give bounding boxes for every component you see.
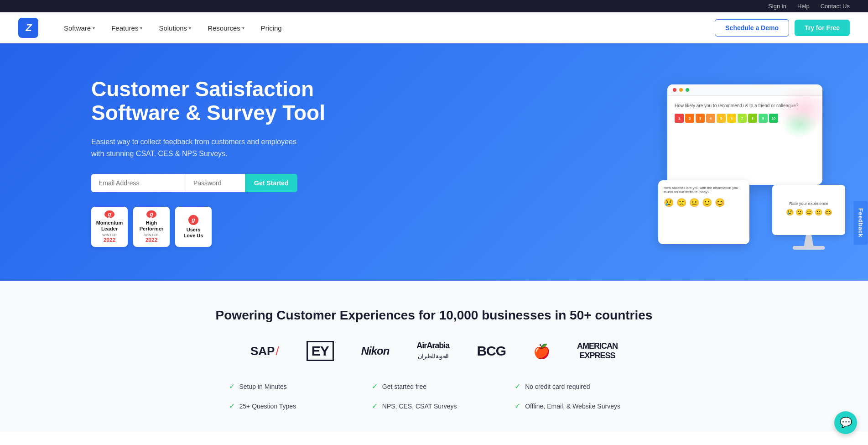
badge-title: HighPerformer [140, 220, 164, 232]
check-icon: ✓ [229, 402, 235, 410]
badge-high-performer: g HighPerformer WINTER 2022 [133, 207, 170, 247]
chevron-down-icon: ▾ [140, 26, 142, 31]
feature-label: NPS, CES, CSAT Surveys [382, 403, 457, 410]
feature-label: No credit card required [525, 383, 590, 390]
top-utility-bar: Sign in Help Contact Us [0, 0, 868, 12]
feature-survey-types: ✓ NPS, CES, CSAT Surveys [372, 399, 496, 413]
badge-season: WINTER [102, 233, 117, 237]
logo-icon: Z [18, 18, 38, 38]
sap-logo: SAP / [250, 344, 279, 358]
desktop-question: Rate your experience [789, 201, 828, 206]
scale-6: 6 [727, 114, 736, 123]
feedback-tab[interactable]: Feedback [854, 201, 868, 245]
feature-label: Setup in Minutes [239, 383, 287, 390]
scale-7: 7 [738, 114, 747, 123]
emoji-very-sad: 😢 [786, 209, 794, 216]
get-started-button[interactable]: Get Started [245, 174, 297, 192]
badge-users-love-us: g UsersLove Us [175, 207, 212, 247]
emoji-neutral: 😐 [689, 198, 699, 208]
signin-link[interactable]: Sign in [768, 3, 786, 10]
badge-year: 2022 [104, 237, 116, 243]
desktop-screen: Rate your experience 😢 🙁 😐 🙂 😊 [772, 185, 845, 235]
survey-card-desktop: Rate your experience 😢 🙁 😐 🙂 😊 [768, 185, 850, 258]
feature-questions: ✓ 25+ Question Types [229, 399, 353, 413]
blob-teal [781, 111, 818, 138]
chevron-down-icon: ▾ [242, 26, 244, 31]
sap-slash-icon: / [275, 344, 279, 358]
tablet-emoji-scale: 😢 🙁 😐 🙂 😊 [664, 198, 744, 208]
sap-text: SAP [250, 344, 275, 358]
feature-label: 25+ Question Types [239, 403, 296, 410]
powering-section: Powering Customer Experiences for 10,000… [0, 281, 868, 431]
badge-title: UsersLove Us [184, 227, 203, 239]
survey-card-main: How likely are you to recommend us to a … [667, 84, 822, 185]
emoji-very-happy: 😊 [715, 198, 725, 208]
ey-logo: EY [307, 341, 334, 361]
main-navbar: Z Software ▾ Features ▾ Solutions ▾ Reso… [0, 12, 868, 43]
hero-section: Customer Satisfaction Software & Survey … [0, 43, 868, 281]
check-icon: ✓ [372, 382, 378, 391]
desktop-stand [802, 235, 816, 246]
dot-green [686, 88, 689, 92]
feature-label: Offline, Email, & Website Surveys [525, 403, 620, 410]
emoji-happy: 🙂 [702, 198, 712, 208]
nav-pricing[interactable]: Pricing [254, 21, 289, 36]
password-field[interactable] [186, 174, 245, 192]
air-arabia-logo: AirArabiaالجوية للطيران [416, 341, 449, 361]
logo[interactable]: Z [18, 18, 38, 38]
chevron-down-icon: ▾ [189, 26, 191, 31]
help-link[interactable]: Help [797, 3, 810, 10]
feature-free: ✓ Get started free [372, 379, 496, 393]
desktop-base [793, 246, 825, 250]
survey-mockup: How likely are you to recommend us to a … [658, 84, 850, 240]
schedule-demo-button[interactable]: Schedule a Demo [715, 19, 789, 37]
nav-actions: Schedule a Demo Try for Free [715, 19, 850, 37]
mockup-body: How likely are you to recommend us to a … [667, 96, 822, 134]
nav-software[interactable]: Software ▾ [57, 21, 102, 36]
contact-link[interactable]: Contact Us [821, 3, 850, 10]
check-icon: ✓ [515, 402, 520, 410]
dot-yellow [679, 88, 683, 92]
chat-icon: 💬 [840, 417, 852, 429]
emoji-sad: 🙁 [676, 198, 686, 208]
hero-content: Customer Satisfaction Software & Survey … [91, 77, 365, 247]
feature-setup: ✓ Setup in Minutes [229, 379, 353, 393]
emoji-very-sad: 😢 [664, 198, 674, 208]
badge-momentum-leader: g MomentumLeader WINTER 2022 [91, 207, 128, 247]
scale-3: 3 [696, 114, 705, 123]
powering-title: Powering Customer Experiences for 10,000… [18, 308, 850, 323]
tablet-question: How satisfied are you with the informati… [664, 186, 744, 194]
chevron-down-icon: ▾ [93, 26, 95, 31]
scale-9: 9 [759, 114, 768, 123]
nikon-logo: Nikon [361, 345, 390, 357]
nav-features[interactable]: Features ▾ [104, 21, 150, 36]
nav-links: Software ▾ Features ▾ Solutions ▾ Resour… [57, 21, 715, 36]
dot-red [673, 88, 676, 92]
try-free-button[interactable]: Try for Free [795, 20, 850, 36]
scale-2: 2 [685, 114, 694, 123]
badges-row: g MomentumLeader WINTER 2022 g HighPerfo… [91, 207, 365, 247]
check-icon: ✓ [372, 402, 378, 410]
nav-solutions[interactable]: Solutions ▾ [151, 21, 198, 36]
apple-logo: 🍎 [533, 343, 550, 359]
badge-season: WINTER [144, 233, 159, 237]
scale-1: 1 [675, 114, 684, 123]
scale-10: 10 [769, 114, 778, 123]
g2-icon: g [146, 210, 156, 218]
emoji-neutral: 😐 [805, 209, 813, 216]
feature-channels: ✓ Offline, Email, & Website Surveys [515, 399, 639, 413]
chat-button[interactable]: 💬 [834, 411, 857, 431]
bcg-logo: BCG [477, 343, 506, 359]
nav-resources[interactable]: Resources ▾ [200, 21, 252, 36]
feature-label: Get started free [382, 383, 426, 390]
email-field[interactable] [91, 174, 186, 192]
check-icon: ✓ [229, 382, 235, 391]
hero-subtitle: Easiest way to collect feedback from cus… [91, 136, 301, 159]
survey-card-tablet: How satisfied are you with the informati… [658, 180, 749, 244]
scale-8: 8 [748, 114, 757, 123]
feature-no-card: ✓ No credit card required [515, 379, 639, 393]
emoji-sad: 🙁 [795, 209, 803, 216]
g2-icon: g [188, 215, 198, 225]
amex-logo: AMERICANEXPRESS [577, 341, 618, 361]
badge-title: MomentumLeader [96, 220, 123, 232]
